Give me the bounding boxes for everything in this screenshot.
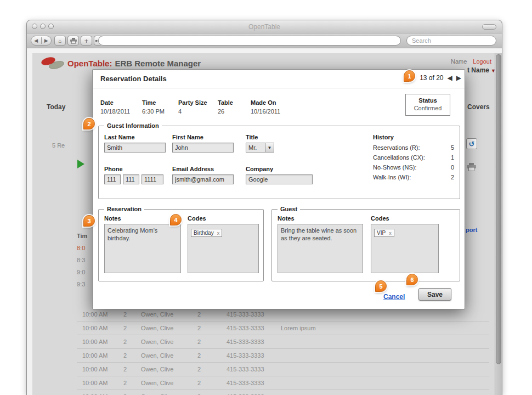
email-input[interactable] bbox=[172, 174, 234, 184]
save-button[interactable]: Save bbox=[418, 288, 451, 301]
reservation-codes-box[interactable]: Birthday x bbox=[188, 224, 259, 273]
info-table: Table 26 bbox=[218, 99, 233, 115]
pager-next-button[interactable]: ▶ bbox=[456, 75, 461, 81]
browser-window: OpenTable ◀ ▶ ⌂ + bbox=[26, 20, 502, 395]
back-icon[interactable]: ◀ bbox=[31, 38, 41, 43]
cell-count: 2 bbox=[123, 325, 127, 331]
history-label: Walk-Ins (WI): bbox=[373, 174, 411, 180]
cell-time: 10:00 AM bbox=[82, 380, 107, 386]
first-name-input[interactable] bbox=[172, 143, 234, 153]
cell-time: 10:00 AM bbox=[82, 366, 107, 373]
first-name-label: First Name bbox=[172, 134, 203, 140]
cell-guest-name: Owen, Clive bbox=[141, 338, 173, 345]
made-on-value: 10/16/2011 bbox=[251, 108, 280, 115]
cell-covers: 2 bbox=[197, 311, 201, 318]
company-input[interactable] bbox=[246, 174, 313, 184]
logout-link[interactable]: Logout bbox=[473, 58, 491, 65]
table-row[interactable]: 10:00 AM 2 Owen, Clive 2 415-333-3333 bbox=[77, 390, 489, 395]
table-row[interactable]: 10:00 AM 2 Owen, Clive 2 415-333-3333 bbox=[77, 376, 489, 390]
reservation-table: 10:00 AM 2 Owen, Clive 2 415-333-3333 10… bbox=[77, 308, 489, 395]
print-button[interactable] bbox=[67, 36, 79, 46]
covers-label: Covers bbox=[467, 103, 490, 111]
time-fragment: 9:0 bbox=[77, 269, 85, 275]
app-title: OpenTable:ERB Remote Manager bbox=[67, 59, 201, 68]
code-tag-text: VIP bbox=[377, 230, 386, 236]
history-row: Reservations (R): 5 bbox=[373, 144, 454, 151]
phone-line-input[interactable] bbox=[142, 174, 163, 184]
status-value: Confirmed bbox=[406, 105, 450, 111]
forward-icon[interactable]: ▶ bbox=[42, 38, 52, 43]
cell-covers: 2 bbox=[197, 366, 201, 373]
guest-fieldset: Guest Notes Bring the table wine as soon… bbox=[271, 209, 460, 281]
date-value: 10/18/2011 bbox=[100, 108, 130, 115]
screen: OpenTable ◀ ▶ ⌂ + bbox=[0, 0, 532, 395]
title-select[interactable]: Mr. ▼ bbox=[246, 143, 274, 153]
remove-tag-icon[interactable]: x bbox=[389, 230, 392, 236]
account-area: Name Logout bbox=[451, 58, 491, 65]
app-subtitle: ERB Remote Manager bbox=[115, 59, 201, 68]
party-size-label: Party Size bbox=[178, 99, 207, 106]
phone-prefix-input[interactable] bbox=[123, 174, 139, 184]
time-fragment: 9:3 bbox=[77, 281, 85, 287]
cell-covers: 2 bbox=[197, 325, 201, 331]
info-time: Time 6:30 PM bbox=[142, 99, 165, 115]
cell-time: 10:00 AM bbox=[82, 338, 107, 345]
next-reservation-arrow-icon[interactable] bbox=[77, 160, 84, 168]
history-row: Walk-Ins (WI): 2 bbox=[373, 174, 454, 180]
cell-count: 2 bbox=[123, 380, 127, 386]
print-list-button[interactable] bbox=[467, 163, 476, 173]
printer-icon bbox=[467, 163, 476, 171]
guest-notes-textarea[interactable]: Bring the table wine as soon as they are… bbox=[278, 224, 363, 273]
callout-1: 1 bbox=[404, 70, 415, 82]
phone-area-input[interactable] bbox=[104, 174, 121, 184]
code-tag-birthday: Birthday x bbox=[191, 229, 222, 237]
code-tag-vip: VIP x bbox=[374, 229, 394, 237]
chevron-down-icon: ▼ bbox=[491, 68, 495, 74]
history-nav-group: ◀ ▶ bbox=[31, 36, 52, 46]
date-label: Date bbox=[100, 99, 130, 106]
info-made-on: Made On 10/16/2011 bbox=[251, 99, 280, 115]
table-row[interactable]: 10:00 AM 2 Owen, Clive 2 415-333-3333 bbox=[77, 308, 489, 321]
search-input[interactable] bbox=[406, 36, 496, 46]
party-size-value: 4 bbox=[178, 108, 207, 115]
reservation-notes-textarea[interactable]: Celebrating Mom's birthday. bbox=[104, 224, 181, 273]
scrollbar-thumb[interactable] bbox=[496, 54, 501, 364]
window-body: OpenTable:ERB Remote Manager Name Logout… bbox=[27, 48, 502, 395]
reservations-count-fragment: 5 Re bbox=[52, 142, 65, 149]
chevron-down-icon: ▼ bbox=[265, 143, 274, 152]
pager-prev-button[interactable]: ◀ bbox=[448, 75, 452, 81]
table-row[interactable]: 10:00 AM 2 Owen, Clive 2 415-333-3333 Lo… bbox=[77, 321, 489, 335]
cancel-link[interactable]: Cancel bbox=[383, 293, 405, 301]
guest-notes-label: Notes bbox=[278, 215, 295, 222]
address-bar[interactable] bbox=[98, 36, 401, 46]
refresh-button[interactable]: ↺ bbox=[466, 138, 477, 149]
callout-5: 5 bbox=[375, 280, 387, 292]
restaurant-name-fragment: t Name bbox=[467, 66, 489, 74]
table-row[interactable]: 10:00 AM 2 Owen, Clive 2 415-333-3333 bbox=[77, 349, 489, 363]
scrollbar[interactable] bbox=[495, 53, 502, 395]
export-link-fragment[interactable]: port bbox=[466, 227, 477, 233]
cell-count: 2 bbox=[123, 338, 127, 345]
table-row[interactable]: 10:00 AM 2 Owen, Clive 2 415-333-3333 bbox=[77, 363, 489, 376]
cell-count: 2 bbox=[123, 352, 127, 359]
history-row: Cancellations (CX): 1 bbox=[373, 154, 454, 161]
cell-phone: 415-333-3333 bbox=[227, 380, 264, 386]
reservation-details-dialog: Reservation Details 13 of 20 ◀ ▶ Date 10… bbox=[92, 69, 465, 309]
time-fragment: 8:0 bbox=[77, 245, 85, 251]
guest-codes-box[interactable]: VIP x bbox=[371, 224, 439, 273]
restaurant-dropdown[interactable]: t Name▼ bbox=[467, 66, 495, 74]
add-button[interactable]: + bbox=[81, 36, 92, 46]
home-button[interactable]: ⌂ bbox=[54, 36, 66, 46]
remove-tag-icon[interactable]: x bbox=[217, 230, 220, 236]
history-value: 0 bbox=[451, 164, 454, 171]
status-label: Status bbox=[406, 97, 450, 104]
cell-phone: 415-333-3333 bbox=[227, 325, 264, 331]
guest-legend: Guest bbox=[278, 206, 300, 212]
guest-history: History Reservations (R): 5 Cancellation… bbox=[373, 134, 454, 184]
toolbar-toggle-pill[interactable] bbox=[482, 24, 496, 30]
last-name-input[interactable] bbox=[104, 143, 166, 153]
tab-today[interactable]: Today bbox=[47, 103, 65, 111]
table-row[interactable]: 10:00 AM 2 Owen, Clive 2 415-333-3333 bbox=[77, 335, 489, 349]
home-icon: ⌂ bbox=[58, 38, 61, 44]
dialog-title: Reservation Details bbox=[100, 75, 167, 83]
